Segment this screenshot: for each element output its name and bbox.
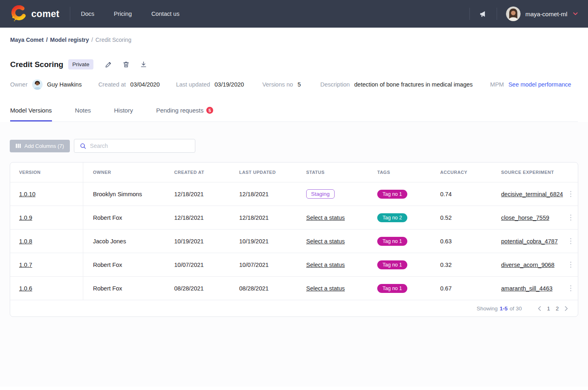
created-at-cell: 12/18/2021 [164,214,229,221]
breadcrumb-model-registry[interactable]: Model registry [50,37,89,43]
tab-history[interactable]: History [114,107,133,121]
breadcrumb: Maya Comet / Model registry / Credit Sco… [10,28,578,43]
column-header-source-experiment[interactable]: SOURCE EXPERIMENT [491,170,562,175]
version-link[interactable]: 1.0.9 [19,214,32,221]
column-header-status[interactable]: STATUS [296,170,368,175]
see-model-performance-link[interactable]: See model performance [508,81,571,88]
page-button-1[interactable]: 1 [547,306,550,312]
breadcrumb-separator: / [46,37,48,43]
chevron-left-icon [538,306,541,311]
last-updated-cell: 12/18/2021 [229,191,296,197]
announcements-button[interactable] [479,9,488,18]
row-menu-button[interactable] [570,191,571,197]
table-row: 1.0.9 Robert Fox 12/18/2021 12/18/2021 S… [10,206,578,229]
accuracy-cell: 0.32 [430,262,491,268]
page-button-2[interactable]: 2 [556,306,559,312]
navbar-right: maya-comet-ml [460,6,578,21]
mpm-group: MPM See model performance [490,81,571,88]
version-link[interactable]: 1.0.10 [19,191,35,197]
tag-pill: Tag no 1 [377,237,407,246]
user-name: maya-comet-ml [525,11,567,17]
comet-logo-text: comet [31,9,59,20]
user-avatar [506,6,521,21]
versions-group: Versions no 5 [262,81,301,88]
comet-logo-icon [10,5,27,22]
user-menu[interactable]: maya-comet-ml [506,6,578,21]
table-row: 1.0.7 Robert Fox 10/07/2021 10/07/2021 S… [10,253,578,276]
owner-label: Owner [10,81,28,88]
source-experiment-link[interactable]: amaranth_sill_4463 [501,285,553,292]
row-menu-button[interactable] [570,214,571,221]
source-experiment-link[interactable]: close_horse_7559 [501,214,549,221]
source-experiment-link[interactable]: potential_cobra_4787 [501,238,558,245]
table-footer: Showing 1-5 of 30 1 2 [10,300,578,316]
breadcrumb-separator: / [91,37,93,43]
tab-pending-requests[interactable]: Pending requests 5 [156,107,213,121]
select-status-link[interactable]: Select a status [306,238,345,245]
nav-link-contact-us[interactable]: Contact us [151,11,179,17]
select-status-link[interactable]: Select a status [306,285,345,292]
title-actions [105,61,147,68]
version-link[interactable]: 1.0.7 [19,262,32,268]
navbar-divider [469,8,470,20]
column-header-last-updated[interactable]: LAST UPDATED [229,170,296,175]
showing-label: Showing [477,306,498,312]
last-updated-group: Last updated 03/19/2020 [176,81,244,88]
navbar-divider [497,8,497,20]
select-status-link[interactable]: Select a status [306,262,345,268]
column-header-version[interactable]: VERSION [10,162,83,182]
nav-link-pricing[interactable]: Pricing [114,11,132,17]
row-menu-button[interactable] [570,262,571,268]
nav-link-docs[interactable]: Docs [81,11,94,17]
status-badge[interactable]: Staging [306,189,335,199]
chevron-down-icon [573,12,578,15]
tab-model-versions[interactable]: Model Versions [10,107,52,121]
last-updated-cell: 08/28/2021 [229,285,296,292]
owner-group: Owner Guy Hawkins [10,79,82,90]
last-updated-cell: 12/18/2021 [229,214,296,221]
previous-page-button[interactable] [538,306,541,311]
source-experiment-link[interactable]: diverse_acorn_9068 [501,262,554,268]
search-input[interactable] [86,139,195,152]
model-versions-table: VERSION OWNER CREATED AT LAST UPDATED ST… [10,162,578,317]
comet-logo[interactable]: comet [10,5,59,22]
accuracy-cell: 0.52 [430,214,491,221]
pencil-icon [105,61,112,68]
tab-notes[interactable]: Notes [75,107,91,121]
column-header-created-at[interactable]: CREATED AT [164,170,229,175]
row-menu-button[interactable] [570,238,571,244]
megaphone-icon [479,9,488,18]
column-header-tags[interactable]: TAGS [368,170,430,175]
tab-history-label: History [114,107,133,114]
delete-button[interactable] [122,61,130,68]
search-icon [80,143,86,150]
search-box [74,139,195,153]
last-updated-label: Last updated [176,81,210,88]
row-menu-button[interactable] [570,285,571,291]
version-link[interactable]: 1.0.6 [19,285,32,292]
accuracy-cell: 0.74 [430,191,491,197]
description-label: Description [320,81,350,88]
owner-cell: Robert Fox [83,262,164,268]
owner-avatar [32,79,43,90]
add-columns-button[interactable]: Add Columns (7) [10,140,70,152]
source-experiment-link[interactable]: decisive_terminal_6824 [501,191,563,197]
breadcrumb-workspace[interactable]: Maya Comet [10,37,43,43]
trash-icon [122,61,130,68]
table-row: 1.0.10 Brooklyn Simmons 12/18/2021 12/18… [10,182,578,206]
description-group: Description detection of bone fractures … [320,81,473,88]
edit-button[interactable] [105,61,112,68]
content-area: Add Columns (7) VERSION OWNER CREATED AT… [0,122,588,387]
chevron-right-icon [564,306,568,311]
download-button[interactable] [140,61,147,68]
pending-requests-count-badge: 5 [206,107,213,114]
select-status-link[interactable]: Select a status [306,214,345,221]
next-page-button[interactable] [564,306,568,311]
column-header-owner[interactable]: OWNER [83,170,164,175]
navbar-divider [70,7,70,21]
tab-bar: Model Versions Notes History Pending req… [10,107,578,122]
column-header-accuracy[interactable]: ACCURACY [430,170,491,175]
version-link[interactable]: 1.0.8 [19,238,32,245]
navbar-links: Docs Pricing Contact us [81,11,179,17]
created-at-cell: 10/19/2021 [164,238,229,245]
